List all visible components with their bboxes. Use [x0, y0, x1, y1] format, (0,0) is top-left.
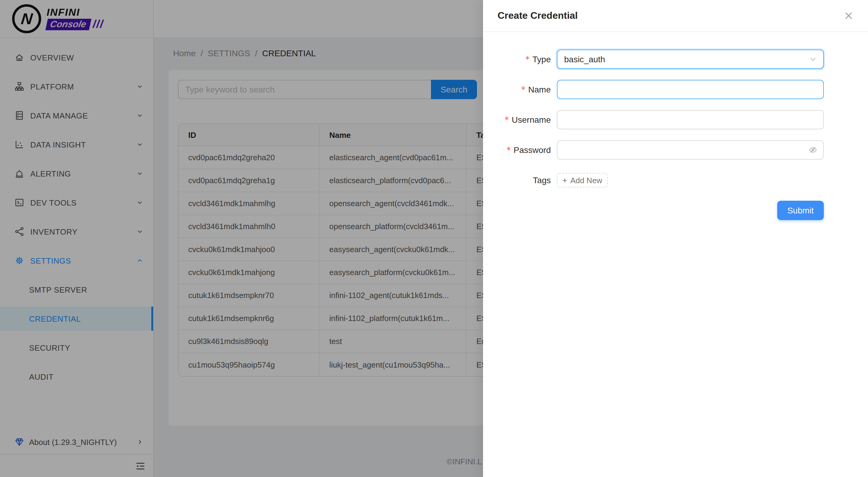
type-select[interactable]: basic_auth: [557, 49, 824, 69]
username-field[interactable]: [564, 111, 816, 129]
required-asterisk: *: [521, 84, 526, 94]
chevron-down-icon: [809, 55, 817, 64]
create-credential-drawer: Create Credential *Type basic_auth: [483, 0, 868, 477]
required-asterisk: *: [504, 115, 509, 125]
username-label: Username: [512, 115, 551, 125]
type-select-value: basic_auth: [564, 55, 605, 64]
add-tag-button[interactable]: + Add New: [557, 173, 608, 188]
tags-label: Tags: [533, 175, 551, 185]
required-asterisk: *: [525, 55, 530, 64]
submit-button[interactable]: Submit: [777, 201, 824, 220]
close-icon[interactable]: [844, 11, 854, 21]
name-field[interactable]: [564, 80, 816, 99]
add-tag-label: Add New: [570, 176, 602, 185]
eye-invisible-icon[interactable]: [809, 146, 817, 154]
name-label: Name: [528, 84, 551, 94]
password-label: Password: [514, 145, 551, 155]
app-screen: N INFINI Console /// OVERVIEW: [0, 0, 868, 477]
password-field[interactable]: [564, 141, 804, 159]
type-label: Type: [532, 55, 551, 64]
plus-icon: +: [562, 176, 567, 184]
required-asterisk: *: [506, 145, 511, 155]
drawer-title: Create Credential: [498, 10, 844, 21]
